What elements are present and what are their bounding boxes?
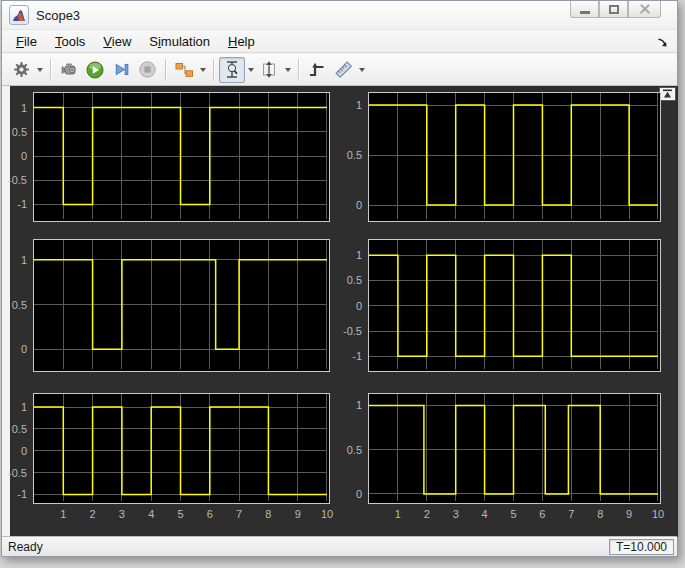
- scope-display-area: 10.50-0.5-1 10.50 10.50 10.50-0.5-1 10.5…: [10, 86, 678, 537]
- toolbar: [2, 54, 677, 86]
- x-tick-label: 2: [416, 507, 438, 521]
- y-tick-label: -0.5: [0, 466, 27, 480]
- dock-arrow-icon[interactable]: [656, 35, 669, 53]
- x-tick-label: 6: [531, 507, 553, 521]
- autoscale-dropdown[interactable]: [282, 57, 293, 83]
- x-tick-label: 10: [316, 507, 338, 521]
- x-tick-label: 9: [618, 507, 640, 521]
- y-tick-label: 0: [0, 342, 27, 356]
- trigger-icon: [308, 62, 326, 78]
- minimize-icon: [580, 11, 590, 14]
- plot-axes-middle-left[interactable]: [33, 239, 330, 372]
- toolbar-separator: [298, 59, 299, 81]
- stop-icon: [139, 61, 156, 78]
- x-tick-label: 5: [503, 507, 525, 521]
- menu-simulation[interactable]: Simulation: [140, 31, 219, 52]
- scope-subplot-top-left: 10.50-0.5-1: [33, 92, 330, 222]
- x-tick-label: 3: [445, 507, 467, 521]
- y-tick-label: 0: [0, 149, 27, 163]
- scope-subplot-middle-left: 10.50: [33, 239, 330, 372]
- y-tick-label: -1: [330, 349, 362, 363]
- y-tick-label: 0.5: [330, 443, 362, 457]
- plot-axes-middle-right[interactable]: [368, 239, 661, 372]
- simulink-scope-app-icon: [9, 5, 29, 25]
- menu-bar: File Tools View Simulation Help: [2, 29, 677, 53]
- chevron-down-icon: [248, 68, 254, 72]
- plot-axes-top-left[interactable]: [33, 92, 330, 222]
- measurements-dropdown[interactable]: [356, 57, 367, 83]
- toolbar-separator: [50, 59, 51, 81]
- maximize-button[interactable]: [599, 1, 628, 18]
- measurements-button[interactable]: [330, 57, 356, 83]
- toolbar-separator: [213, 59, 214, 81]
- zoom-y-icon: [224, 60, 240, 79]
- y-tick-label: 1: [0, 400, 27, 414]
- zoom-mode-button[interactable]: [219, 57, 245, 83]
- y-tick-label: 0.5: [330, 148, 362, 162]
- scope-subplot-bottom-right: 10.5012345678910: [368, 393, 661, 504]
- x-tick-label: 7: [228, 507, 250, 521]
- y-tick-label: 0: [330, 299, 362, 313]
- y-tick-label: 0.5: [0, 125, 27, 139]
- x-tick-label: 4: [140, 507, 162, 521]
- y-tick-label: 0: [0, 444, 27, 458]
- expand-scope-button[interactable]: [659, 87, 676, 101]
- run-button[interactable]: [82, 57, 108, 83]
- y-tick-label: 1: [0, 101, 27, 115]
- minimize-button[interactable]: [570, 1, 599, 18]
- x-tick-label: 2: [82, 507, 104, 521]
- scope-window: Scope3 File Tools View Simulation Help: [1, 0, 678, 557]
- x-tick-label: 7: [560, 507, 582, 521]
- y-tick-label: -1: [0, 197, 27, 211]
- y-tick-label: 0.5: [0, 422, 27, 436]
- plot-axes-top-right[interactable]: [368, 92, 661, 222]
- y-tick-label: -0.5: [0, 173, 27, 187]
- menu-file[interactable]: File: [7, 31, 46, 52]
- x-tick-label: 1: [52, 507, 74, 521]
- signal-selector-button[interactable]: [171, 57, 197, 83]
- triggers-button[interactable]: [304, 57, 330, 83]
- scope-subplot-middle-right: 10.50-0.5-1: [368, 239, 661, 372]
- plot-axes-bottom-left[interactable]: [33, 393, 330, 504]
- gear-icon: [13, 61, 30, 78]
- status-bar: Ready T=10.000: [2, 536, 677, 556]
- play-icon: [86, 61, 104, 79]
- x-tick-label: 4: [474, 507, 496, 521]
- ruler-icon: [334, 60, 353, 79]
- autoscale-axes-button[interactable]: [256, 57, 282, 83]
- x-tick-label: 5: [170, 507, 192, 521]
- highlight-simulink-block-button[interactable]: [56, 57, 82, 83]
- x-tick-label: 8: [257, 507, 279, 521]
- camcorder-icon: [60, 62, 78, 78]
- y-tick-label: 1: [330, 248, 362, 262]
- chevron-down-icon: [359, 68, 365, 72]
- menu-view[interactable]: View: [94, 31, 140, 52]
- scope-subplot-top-right: 10.50: [368, 92, 661, 222]
- step-forward-icon: [113, 61, 130, 78]
- arrow-up-icon: [662, 89, 673, 99]
- simulation-time-display: T=10.000: [609, 539, 674, 555]
- x-tick-label: 9: [287, 507, 309, 521]
- step-forward-button[interactable]: [108, 57, 134, 83]
- y-tick-label: 0: [330, 487, 362, 501]
- zoom-mode-dropdown[interactable]: [245, 57, 256, 83]
- x-tick-label: 6: [199, 507, 221, 521]
- y-tick-label: 1: [0, 253, 27, 267]
- scope-subplot-bottom-left: 10.50-0.5-112345678910: [33, 393, 330, 504]
- stop-button[interactable]: [134, 57, 160, 83]
- configuration-dropdown[interactable]: [34, 57, 45, 83]
- x-tick-label: 8: [589, 507, 611, 521]
- close-button[interactable]: [628, 1, 661, 18]
- title-bar[interactable]: Scope3: [2, 1, 677, 29]
- chevron-down-icon: [37, 68, 43, 72]
- x-tick-label: 1: [387, 507, 409, 521]
- signal-selector-dropdown[interactable]: [197, 57, 208, 83]
- y-tick-label: -0.5: [330, 324, 362, 338]
- menu-tools[interactable]: Tools: [46, 31, 94, 52]
- plot-axes-bottom-right[interactable]: [368, 393, 661, 504]
- menu-help[interactable]: Help: [219, 31, 264, 52]
- simulink-blocks-icon: [175, 62, 193, 78]
- configuration-properties-button[interactable]: [8, 57, 34, 83]
- autoscale-icon: [261, 60, 277, 79]
- toolbar-separator: [165, 59, 166, 81]
